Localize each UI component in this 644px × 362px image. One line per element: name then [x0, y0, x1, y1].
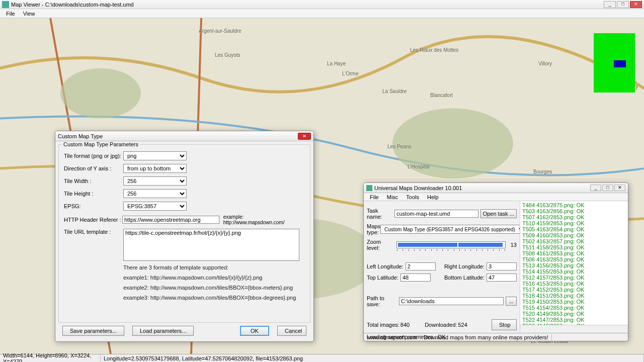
minimap[interactable]: [594, 33, 635, 93]
umd-status-desc: Download maps from many online maps prov…: [421, 334, 552, 340]
path-browse-button[interactable]: ...: [506, 297, 517, 306]
referer-input[interactable]: [122, 216, 219, 224]
svg-point-1: [60, 68, 141, 119]
template-example-1: example1: http://www.mapsdown.com/tiles/…: [123, 275, 305, 281]
umd-app-icon: [366, 185, 372, 191]
umd-menu-misc[interactable]: Misc: [383, 194, 403, 200]
zoom-value: 13: [511, 242, 517, 248]
umd-close-button[interactable]: ✕: [614, 185, 625, 191]
umd-dialog: Universal Maps Downloader 10.001 _ □ ✕ F…: [363, 183, 628, 341]
template-example-2: example2: http://www.mapsdown.com/tiles/…: [123, 285, 305, 291]
open-task-button[interactable]: Open task ...: [480, 209, 517, 218]
url-template-textarea[interactable]: https://tile-c.openstreetmap.fr/hot/{z}/…: [123, 229, 299, 261]
umd-minimize-button[interactable]: _: [590, 185, 601, 191]
umd-menu-help[interactable]: Help: [423, 194, 443, 200]
label-total-images: Total images:: [367, 322, 399, 328]
log-line: T518 4151/2853.png: OK: [522, 293, 626, 299]
downloaded-value: 524: [458, 322, 467, 328]
log-line: T507 4162/2853.png: OK: [522, 214, 626, 220]
tile-format-select[interactable]: png: [123, 151, 187, 160]
log-line: T484 4163/2875.png: OK: [522, 202, 626, 208]
log-line: T519 4150/2853.png: OK: [522, 299, 626, 305]
label-right-lon: Right Longitude:: [444, 263, 485, 269]
status-size: Width=6144, Height=8960, X=3224, Y=4270: [0, 354, 101, 362]
menu-view[interactable]: View: [19, 11, 39, 17]
log-line: T510 4159/2853.png: OK: [522, 220, 626, 226]
bottom-latitude-input[interactable]: [487, 274, 517, 282]
umd-menu-tools[interactable]: Tools: [402, 194, 423, 200]
log-horizontal-scrollbar[interactable]: [520, 325, 628, 333]
label-downloaded: Downloaded:: [425, 322, 457, 328]
ok-button[interactable]: OK: [240, 326, 269, 336]
log-line: T509 4160/2853.png: OK: [522, 232, 626, 238]
tile-width-select[interactable]: 256: [123, 176, 187, 186]
window-title: Map Viewer - C:\downloads\custom-map-tes…: [11, 2, 134, 8]
log-line: T511 4158/2853.png: OK: [522, 244, 626, 250]
left-longitude-input[interactable]: [406, 262, 436, 270]
path-input[interactable]: [399, 297, 504, 305]
custom-map-type-dialog: Custom Map Type ✕ Custom Map Type Parame…: [55, 131, 314, 342]
log-line: T522 4147/2853.png: OK: [522, 317, 626, 323]
log-line: T514 4155/2853.png: OK: [522, 268, 626, 275]
top-latitude-input[interactable]: [400, 274, 431, 282]
custom-dialog-title: Custom Map Type: [58, 133, 103, 139]
label-tile-height: Tile Height :: [64, 191, 123, 197]
label-epsg: EPSG:: [64, 203, 123, 209]
log-line: T517 4152/2853.png: OK: [522, 287, 626, 293]
template-note-intro: There are 3 formats of template supporte…: [123, 264, 305, 270]
save-parameters-button[interactable]: Save parameters...: [62, 326, 124, 336]
download-log[interactable]: T484 4163/2875.png: OKT503 4163/2856.png…: [520, 201, 628, 325]
load-parameters-button[interactable]: Load parameters...: [132, 326, 194, 336]
zoom-slider[interactable]: [396, 241, 506, 248]
cancel-button[interactable]: Cancel: [277, 326, 306, 336]
right-longitude-input[interactable]: [487, 262, 517, 270]
direction-select[interactable]: from up to bottom: [123, 164, 187, 173]
log-line: T508 4161/2853.png: OK: [522, 250, 626, 256]
minimize-button[interactable]: _: [604, 1, 616, 8]
label-path: Path to save:: [367, 295, 399, 307]
menu-file[interactable]: File: [2, 11, 19, 17]
total-images-value: 840: [400, 322, 410, 328]
stop-button[interactable]: Stop: [492, 319, 517, 330]
log-line: T503 4163/2856.png: OK: [522, 208, 626, 214]
log-line: T515 4154/2853.png: OK: [522, 305, 626, 311]
label-tile-format: Tile format (png or jpg):: [64, 153, 123, 159]
epsg-select[interactable]: EPSG:3857: [123, 202, 187, 211]
label-maps-type: Maps type:: [367, 223, 380, 235]
task-name-input[interactable]: [394, 210, 478, 218]
main-titlebar: Map Viewer - C:\downloads\custom-map-tes…: [0, 0, 644, 9]
log-line: T520 4149/2853.png: OK: [522, 311, 626, 317]
maps-type-select[interactable]: Custom Map Type (EPSG3857 and EPSG4326 s…: [380, 225, 526, 234]
log-line: T516 4153/2853.png: OK: [522, 281, 626, 287]
close-button[interactable]: ✕: [630, 1, 642, 8]
label-left-lon: Left Longitude:: [367, 263, 404, 269]
umd-title: Universal Maps Downloader 10.001: [374, 185, 462, 191]
label-direction: Direction of Y axis :: [64, 165, 123, 171]
log-line: T506 4163/2853.png: OK: [522, 256, 626, 262]
svg-point-2: [392, 108, 513, 178]
referer-example: example: http://www.mapsdown.com/: [223, 214, 305, 225]
label-bottom-lat: Bottom Latitude:: [444, 275, 485, 281]
maximize-button[interactable]: □: [617, 1, 629, 8]
label-url-template: Tile URL template :: [64, 229, 123, 235]
label-tile-width: Tile Width :: [64, 178, 123, 184]
template-example-3: example3: http://www.mapsdown.com/tiles/…: [123, 295, 305, 301]
status-coord: Longitude=2.53097534179688, Latitude=47.…: [101, 354, 644, 362]
main-statusbar: Width=6144, Height=8960, X=3224, Y=4270 …: [0, 354, 644, 362]
label-zoom: Zoom level:: [367, 239, 394, 251]
label-top-lat: Top Latitude:: [367, 275, 398, 281]
tile-height-select[interactable]: 256: [123, 189, 187, 198]
minimap-viewport-marker: [614, 60, 626, 67]
label-task-name: Task name:: [367, 208, 394, 220]
main-menubar: File View: [0, 9, 644, 18]
app-icon: [2, 1, 9, 8]
log-line: T502 4163/2857.png: OK: [522, 238, 626, 244]
umd-status-site: www.allmapsoft.com: [364, 334, 421, 340]
log-line: T513 4156/2853.png: OK: [522, 262, 626, 268]
label-referer: HTTP Header Referer :: [64, 217, 122, 223]
umd-maximize-button[interactable]: □: [602, 185, 613, 191]
umd-menu-file[interactable]: File: [366, 194, 383, 200]
custom-dialog-legend: Custom Map Type Parameters: [62, 141, 140, 147]
log-line: T505 4163/2854.png: OK: [522, 226, 626, 232]
custom-dialog-close-button[interactable]: ✕: [298, 133, 311, 140]
